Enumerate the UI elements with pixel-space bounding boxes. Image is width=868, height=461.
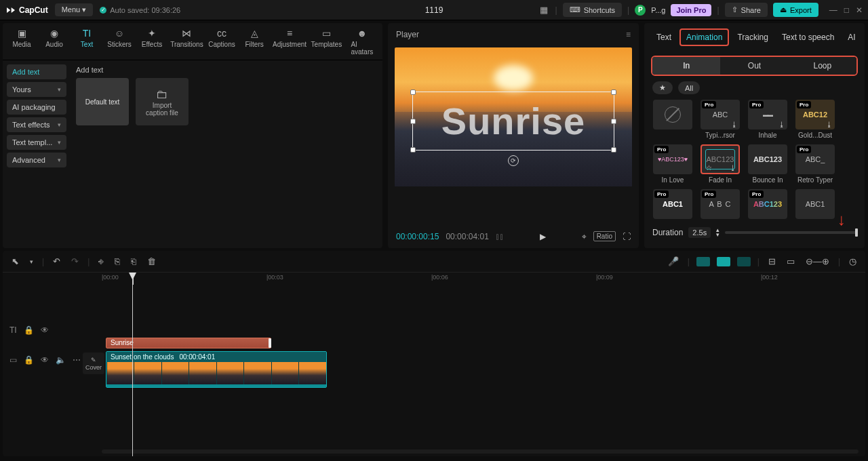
maximize-icon[interactable]: □ [844,5,849,15]
timeline-scrollbar[interactable] [102,449,859,454]
export-button[interactable]: ⏏ Export [773,3,818,17]
tab-tracking[interactable]: Tracking [732,30,774,45]
sidebar-advanced[interactable]: Advanced▾ [7,153,66,167]
trim-left-icon[interactable]: ⎘ [113,254,122,268]
tab-text-props[interactable]: Text [651,30,677,45]
sidebar-add-text[interactable]: Add text [7,64,66,79]
resize-handle[interactable] [611,119,616,124]
download-icon: ⭳ [731,121,738,128]
menu-button[interactable]: Menu ▾ [55,3,94,16]
eye-icon[interactable]: 👁 [41,325,49,335]
resize-handle[interactable] [611,89,616,95]
default-text-card[interactable]: Default text [76,78,129,125]
layout-icon[interactable]: ▦ [538,3,550,17]
redo-icon[interactable]: ↷ [69,254,81,268]
player-menu-icon[interactable]: ≡ [626,30,631,39]
anim-gold-dust[interactable]: ProABC12⭳ [795,100,835,129]
tab-ai-right[interactable]: AI avatars [842,30,858,45]
tab-animation[interactable]: Animation [679,28,729,46]
tab-adjustment[interactable]: ≡Adjustment [272,26,307,57]
duration-slider[interactable] [725,231,856,234]
magnet-main-icon[interactable] [717,257,730,266]
mic-icon[interactable]: 🎤 [666,254,681,268]
sidebar-text-effects[interactable]: Text effects▾ [7,117,66,132]
video-clip-name: Sunset on the clouds [111,353,174,361]
share-button[interactable]: ⇧ Share [725,3,768,17]
delete-icon[interactable]: 🗑 [145,254,158,268]
tab-stickers[interactable]: ☺Stickers [104,26,134,57]
split-icon[interactable]: ⎆ [96,254,106,268]
anim-row3-3[interactable]: ProABC123 [748,189,787,219]
preview-canvas[interactable]: Sunrise ⟳ [395,47,632,186]
eye-icon[interactable]: 👁 [41,355,49,365]
video-clip[interactable]: Sunset on the clouds 00:00:04:01 [106,351,327,388]
clip-resize-handle[interactable] [269,338,271,348]
anim-type-out[interactable]: Out [720,57,788,75]
ratio-button[interactable]: Ratio [593,231,616,241]
bars-icon[interactable]: ⫿⫿ [496,232,504,241]
anim-row3-1[interactable]: ProABC1 [653,189,692,219]
align-icon[interactable]: ⊟ [766,254,778,268]
timer-icon[interactable]: ◷ [847,254,859,268]
preview-toggle-icon[interactable]: ▭ [785,254,797,268]
anim-retro-typer[interactable]: ProABC_ [795,144,835,174]
sidebar-ai-packaging[interactable]: AI packaging [7,100,66,115]
tab-ai-avatars[interactable]: ☻AI avatars [346,26,378,57]
close-icon[interactable]: ✕ [856,5,863,15]
tab-text[interactable]: TIText [72,26,102,57]
filter-favorites[interactable]: ★ [652,81,673,94]
trim-right-icon[interactable]: ⎗ [129,254,138,268]
duration-value[interactable]: 2.5s [688,227,711,238]
anim-type-loop[interactable]: Loop [789,57,856,75]
playhead-line[interactable] [132,273,133,456]
anim-type-in[interactable]: In [652,57,720,75]
anim-in-love[interactable]: Pro♥ABC123♥ [653,144,692,174]
cursor-dropdown-icon[interactable]: ▾ [28,256,35,267]
lock-icon[interactable]: 🔒 [24,355,34,365]
mute-icon[interactable]: 🔈 [56,355,66,365]
magnet-icon[interactable] [696,257,710,266]
tab-transitions[interactable]: ⋈Transitions [170,26,204,57]
anim-bounce-in[interactable]: ABC123 [748,144,787,174]
anim-fade-in[interactable]: ABC123☆⭳ [701,144,740,174]
stepper-icon[interactable]: ▴▾ [716,228,719,237]
filter-all[interactable]: All [678,81,700,94]
text-clip[interactable]: Sunrise [106,338,271,348]
tab-text-to-speech[interactable]: Text to speech [776,30,840,45]
play-button[interactable]: ▶ [540,232,546,241]
magnet-off-icon[interactable] [737,257,751,266]
text-selection-box[interactable]: Sunrise ⟳ [412,92,614,151]
import-caption-card[interactable]: 🗀 Import caption file [136,78,189,125]
fullscreen-icon[interactable]: ⛶ [623,232,631,241]
join-pro-button[interactable]: Join Pro [671,4,711,16]
resize-handle[interactable] [410,147,416,153]
anim-none[interactable] [653,100,692,129]
resize-handle[interactable] [410,119,416,124]
tab-templates[interactable]: ▭Templates [310,26,343,57]
minimize-icon[interactable]: — [829,5,837,15]
sidebar-yours[interactable]: Yours▾ [7,82,66,97]
rotate-handle[interactable]: ⟳ [508,155,519,166]
tab-audio[interactable]: ◉Audio [39,26,69,57]
lock-icon[interactable]: 🔒 [24,325,34,335]
tab-captions[interactable]: ccCaptions [207,26,237,57]
shortcuts-button[interactable]: ⌨ Shortcuts [563,3,622,17]
scan-icon[interactable]: ⌖ [582,232,587,241]
tab-effects[interactable]: ✦Effects [137,26,167,57]
avatar[interactable]: P [635,5,646,16]
more-icon[interactable]: ⋯ [73,355,81,365]
zoom-out-icon[interactable]: ⊖—⊕ [804,254,831,268]
anim-inhale[interactable]: Pro▬▬⭳ [748,100,787,129]
cover-button[interactable]: ✎ Cover [83,353,104,374]
anim-row3-4[interactable]: ABC1 [795,189,835,219]
cursor-tool-icon[interactable]: ⬉ [9,254,21,268]
resize-handle[interactable] [611,147,616,153]
sidebar-text-templates[interactable]: Text templ...▾ [7,135,66,150]
anim-row3-2[interactable]: ProA B C [701,189,740,219]
tab-media[interactable]: ▣Media [7,26,37,57]
undo-icon[interactable]: ↶ [51,254,62,268]
tab-filters[interactable]: ◬Filters [239,26,269,57]
download-icon: ⭳ [826,121,833,128]
anim-typing-cursor[interactable]: ProABC⭳ [701,100,740,129]
resize-handle[interactable] [410,89,416,95]
